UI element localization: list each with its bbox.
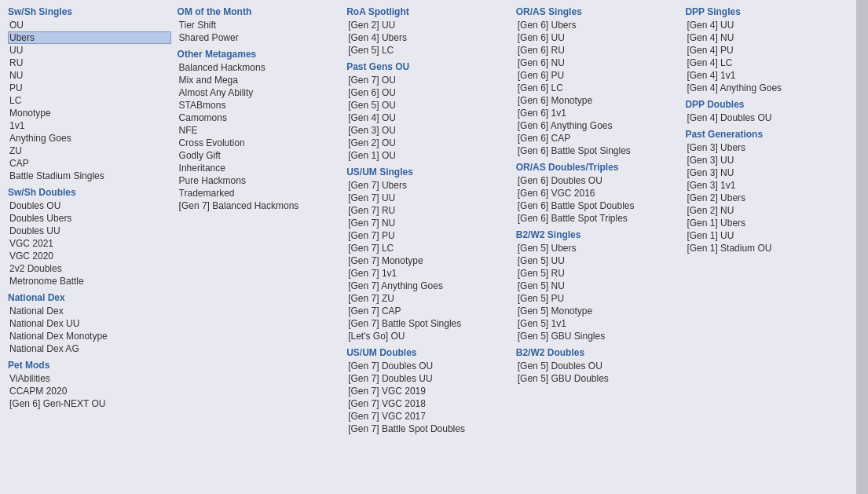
menu-item--gen-7--monotype[interactable]: [Gen 7] Monotype <box>346 254 510 267</box>
scrollbar[interactable] <box>856 0 868 494</box>
menu-item--gen-4--doubles-ou[interactable]: [Gen 4] Doubles OU <box>685 112 848 124</box>
menu-item--gen-6--battle-spot-singles[interactable]: [Gen 6] Battle Spot Singles <box>516 145 679 157</box>
menu-item-ubers[interactable]: Ubers <box>8 31 171 44</box>
menu-item-national-dex[interactable]: National Dex <box>8 305 171 317</box>
menu-item--gen-6--battle-spot-doubles[interactable]: [Gen 6] Battle Spot Doubles <box>516 199 679 212</box>
menu-item--gen-5--uu[interactable]: [Gen 5] UU <box>516 254 679 267</box>
menu-item--gen-2--uu[interactable]: [Gen 2] UU <box>346 19 510 31</box>
section-header-national-dex[interactable]: National Dex <box>8 292 171 303</box>
menu-item-tier-shift[interactable]: Tier Shift <box>178 19 341 31</box>
menu-item--gen-1--uu[interactable]: [Gen 1] UU <box>685 229 848 242</box>
menu-item--gen-4--ubers[interactable]: [Gen 4] Ubers <box>346 31 510 44</box>
menu-item-doubles-uu[interactable]: Doubles UU <box>8 225 171 237</box>
menu-item--gen-4--1v1[interactable]: [Gen 4] 1v1 <box>685 69 848 82</box>
section-header-sw/sh-singles[interactable]: Sw/Sh Singles <box>8 6 171 17</box>
menu-item--gen-6--anything-goes[interactable]: [Gen 6] Anything Goes <box>516 119 679 132</box>
section-header-dpp-singles[interactable]: DPP Singles <box>685 6 848 17</box>
menu-item--gen-4--nu[interactable]: [Gen 4] NU <box>685 31 848 44</box>
menu-item--gen-5--nu[interactable]: [Gen 5] NU <box>516 280 679 292</box>
menu-item-lc[interactable]: LC <box>8 94 171 107</box>
menu-item-monotype[interactable]: Monotype <box>8 107 171 119</box>
section-header-dpp-doubles[interactable]: DPP Doubles <box>685 99 848 110</box>
menu-item--gen-7--vgc-2018[interactable]: [Gen 7] VGC 2018 <box>346 397 510 410</box>
menu-item--gen-2--nu[interactable]: [Gen 2] NU <box>685 204 848 217</box>
menu-item--gen-6--ubers[interactable]: [Gen 6] Ubers <box>516 19 679 31</box>
menu-item--gen-4--lc[interactable]: [Gen 4] LC <box>685 57 848 69</box>
menu-item--gen-6--ru[interactable]: [Gen 6] RU <box>516 44 679 57</box>
menu-item--gen-7--1v1[interactable]: [Gen 7] 1v1 <box>346 267 510 280</box>
menu-item--gen-7--zu[interactable]: [Gen 7] ZU <box>346 292 510 305</box>
menu-item-inheritance[interactable]: Inheritance <box>178 162 341 174</box>
menu-item--gen-7--vgc-2017[interactable]: [Gen 7] VGC 2017 <box>346 410 510 423</box>
menu-item--gen-4--uu[interactable]: [Gen 4] UU <box>685 19 848 31</box>
menu-item--gen-7--cap[interactable]: [Gen 7] CAP <box>346 305 510 317</box>
section-header-b2/w2-doubles[interactable]: B2/W2 Doubles <box>516 347 679 358</box>
section-header-other-metagames[interactable]: Other Metagames <box>178 49 341 60</box>
menu-item-pu[interactable]: PU <box>8 82 171 94</box>
menu-item--gen-4--anything-goes[interactable]: [Gen 4] Anything Goes <box>685 82 848 94</box>
menu-item--gen-3--ou[interactable]: [Gen 3] OU <box>346 124 510 137</box>
menu-item-pure-hackmons[interactable]: Pure Hackmons <box>178 174 341 187</box>
menu-item-trademarked[interactable]: Trademarked <box>178 187 341 199</box>
menu-item-battle-stadium-singles[interactable]: Battle Stadium Singles <box>8 170 171 182</box>
menu-item--gen-2--ubers[interactable]: [Gen 2] Ubers <box>685 192 848 204</box>
menu-item--gen-7--doubles-uu[interactable]: [Gen 7] Doubles UU <box>346 372 510 385</box>
menu-item--gen-5--gbu-singles[interactable]: [Gen 5] GBU Singles <box>516 330 679 342</box>
section-header-sw/sh-doubles[interactable]: Sw/Sh Doubles <box>8 187 171 198</box>
menu-item--gen-3--1v1[interactable]: [Gen 3] 1v1 <box>685 179 848 192</box>
menu-item--gen-7--uu[interactable]: [Gen 7] UU <box>346 192 510 204</box>
menu-item-zu[interactable]: ZU <box>8 145 171 157</box>
menu-item-balanced-hackmons[interactable]: Balanced Hackmons <box>178 61 341 74</box>
menu-item--gen-6--vgc-2016[interactable]: [Gen 6] VGC 2016 <box>516 187 679 199</box>
menu-item--gen-5--ubers[interactable]: [Gen 5] Ubers <box>516 242 679 254</box>
menu-item-nu[interactable]: NU <box>8 69 171 82</box>
menu-item--gen-7--anything-goes[interactable]: [Gen 7] Anything Goes <box>346 280 510 292</box>
menu-item--gen-3--uu[interactable]: [Gen 3] UU <box>685 154 848 166</box>
menu-item--gen-7--lc[interactable]: [Gen 7] LC <box>346 242 510 254</box>
menu-item-cross-evolution[interactable]: Cross Evolution <box>178 137 341 149</box>
menu-item-mix-and-mega[interactable]: Mix and Mega <box>178 74 341 86</box>
menu-item--gen-2--ou[interactable]: [Gen 2] OU <box>346 137 510 149</box>
menu-item--gen-6--ou[interactable]: [Gen 6] OU <box>346 86 510 99</box>
menu-item--gen-5--lc[interactable]: [Gen 5] LC <box>346 44 510 57</box>
menu-item-cap[interactable]: CAP <box>8 157 171 170</box>
menu-item--gen-4--pu[interactable]: [Gen 4] PU <box>685 44 848 57</box>
menu-item--gen-5--ou[interactable]: [Gen 5] OU <box>346 99 510 112</box>
menu-item--gen-6--1v1[interactable]: [Gen 6] 1v1 <box>516 107 679 119</box>
menu-item-anything-goes[interactable]: Anything Goes <box>8 132 171 145</box>
menu-item--gen-7--ou[interactable]: [Gen 7] OU <box>346 74 510 86</box>
menu-item--gen-5--monotype[interactable]: [Gen 5] Monotype <box>516 305 679 317</box>
menu-item--gen-6--cap[interactable]: [Gen 6] CAP <box>516 132 679 145</box>
menu-item-godly-gift[interactable]: Godly Gift <box>178 149 341 162</box>
menu-item-vgc-2020[interactable]: VGC 2020 <box>8 250 171 262</box>
menu-item--gen-7--vgc-2019[interactable]: [Gen 7] VGC 2019 <box>346 385 510 397</box>
menu-item--gen-6--gen-next-ou[interactable]: [Gen 6] Gen-NEXT OU <box>8 397 171 410</box>
menu-item--gen-1--ou[interactable]: [Gen 1] OU <box>346 149 510 162</box>
menu-item-doubles-ou[interactable]: Doubles OU <box>8 199 171 212</box>
menu-item--gen-7--battle-spot-doubles[interactable]: [Gen 7] Battle Spot Doubles <box>346 423 510 435</box>
menu-item--gen-7--balanced-hackmons[interactable]: [Gen 7] Balanced Hackmons <box>178 199 341 212</box>
menu-item--gen-5--1v1[interactable]: [Gen 5] 1v1 <box>516 317 679 330</box>
menu-item-national-dex-ag[interactable]: National Dex AG <box>8 342 171 355</box>
menu-item-ccapm-2020[interactable]: CCAPM 2020 <box>8 385 171 397</box>
menu-item-ru[interactable]: RU <box>8 57 171 69</box>
menu-item-almost-any-ability[interactable]: Almost Any Ability <box>178 86 341 99</box>
menu-item-vgc-2021[interactable]: VGC 2021 <box>8 237 171 250</box>
menu-item--gen-6--pu[interactable]: [Gen 6] PU <box>516 69 679 82</box>
menu-item-uu[interactable]: UU <box>8 44 171 57</box>
section-header-us/um-singles[interactable]: US/UM Singles <box>346 166 510 177</box>
section-header-roa-spotlight[interactable]: RoA Spotlight <box>346 6 510 17</box>
menu-item--gen-1--ubers[interactable]: [Gen 1] Ubers <box>685 217 848 229</box>
section-header-us/um-doubles[interactable]: US/UM Doubles <box>346 347 510 358</box>
menu-item-national-dex-uu[interactable]: National Dex UU <box>8 317 171 330</box>
menu-item--gen-6--uu[interactable]: [Gen 6] UU <box>516 31 679 44</box>
menu-item--gen-6--nu[interactable]: [Gen 6] NU <box>516 57 679 69</box>
menu-item-metronome-battle[interactable]: Metronome Battle <box>8 275 171 287</box>
menu-item--gen-7--battle-spot-singles[interactable]: [Gen 7] Battle Spot Singles <box>346 317 510 330</box>
menu-item--gen-5--pu[interactable]: [Gen 5] PU <box>516 292 679 305</box>
menu-item--gen-1--stadium-ou[interactable]: [Gen 1] Stadium OU <box>685 242 848 254</box>
section-header-or/as-singles[interactable]: OR/AS Singles <box>516 6 679 17</box>
menu-item--gen-5--gbu-doubles[interactable]: [Gen 5] GBU Doubles <box>516 372 679 385</box>
menu-item-nfe[interactable]: NFE <box>178 124 341 137</box>
menu-item--let's-go--ou[interactable]: [Let's Go] OU <box>346 330 510 342</box>
